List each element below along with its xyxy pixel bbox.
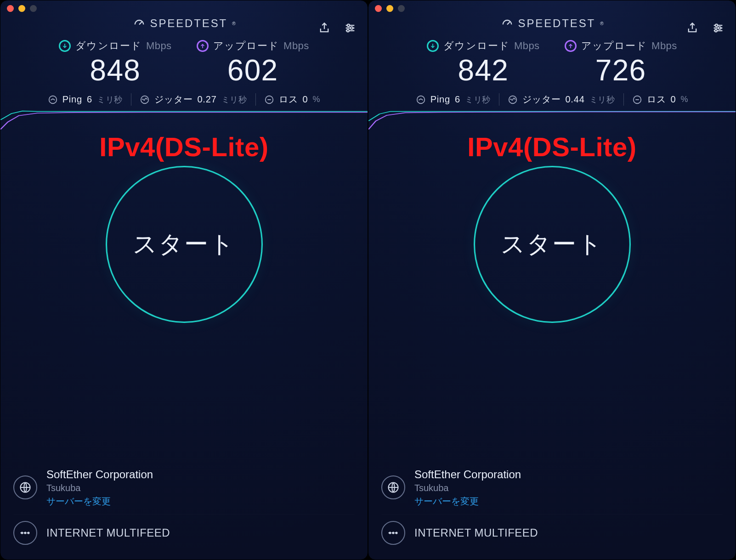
footer: SoftEther Corporation Tsukuba サーバーを変更 IN…	[368, 461, 736, 560]
upload-label: アップロード	[213, 39, 279, 53]
jitter-unit: ミリ秒	[221, 94, 247, 105]
settings-icon[interactable]	[344, 22, 357, 36]
gauge-icon	[501, 17, 514, 30]
jitter-label: ジッター	[522, 93, 560, 106]
jitter-icon	[140, 95, 150, 105]
brand-text: SPEEDTEST	[150, 17, 228, 30]
server-name: SoftEther Corporation	[46, 467, 153, 482]
ping-stat: Ping 6 ミリ秒	[408, 94, 499, 105]
isp-icon	[381, 521, 405, 545]
footer: SoftEther Corporation Tsukuba サーバーを変更 IN…	[0, 461, 368, 560]
ping-unit: ミリ秒	[465, 94, 491, 105]
jitter-stat: ジッター 0.44 ミリ秒	[499, 93, 623, 106]
upload-icon	[565, 40, 577, 52]
change-server-link[interactable]: サーバーを変更	[46, 495, 153, 508]
ping-label: Ping	[62, 94, 82, 105]
overlay-label: IPv4(DS-Lite)	[0, 131, 368, 162]
upload-value: 726	[595, 56, 646, 85]
connection-stats: Ping 6 ミリ秒 ジッター 0.27 ミリ秒 ロス 0 %	[0, 93, 368, 106]
connection-stats: Ping 6 ミリ秒 ジッター 0.44 ミリ秒 ロス 0 %	[368, 93, 736, 106]
loss-unit: %	[313, 95, 321, 104]
close-icon[interactable]	[7, 5, 14, 12]
minimize-icon[interactable]	[18, 5, 25, 12]
download-label: ダウンロード	[443, 39, 510, 53]
ping-icon	[48, 95, 58, 105]
speed-metrics: ダウンロード Mbps 848 アップロード Mbps 602	[0, 39, 368, 85]
isp-icon	[13, 521, 37, 545]
gauge-icon	[133, 17, 146, 30]
share-icon[interactable]	[686, 22, 699, 36]
svg-point-12	[715, 29, 717, 32]
download-metric: ダウンロード Mbps 848	[59, 39, 171, 85]
speedtest-window: SPEEDTEST® ダウンロード Mbps 848 ア	[0, 0, 368, 560]
jitter-label: ジッター	[154, 93, 192, 106]
jitter-value: 0.27	[197, 94, 216, 105]
upload-icon	[197, 40, 209, 52]
svg-point-3	[49, 96, 57, 103]
download-icon	[427, 40, 439, 52]
start-button[interactable]: スタート	[474, 166, 631, 323]
upload-label: アップロード	[581, 39, 647, 53]
share-icon[interactable]	[318, 22, 331, 36]
ping-value: 6	[455, 94, 460, 105]
loss-label: ロス	[279, 93, 298, 106]
server-row[interactable]: SoftEther Corporation Tsukuba サーバーを変更	[381, 461, 723, 514]
loss-value: 0	[303, 94, 308, 105]
upload-metric: アップロード Mbps 602	[197, 39, 309, 85]
ping-icon	[416, 95, 426, 105]
brand-logo: SPEEDTEST®	[0, 17, 368, 30]
window-titlebar	[0, 0, 368, 16]
speedtest-window: SPEEDTEST® ダウンロード Mbps 842 ア	[368, 0, 736, 560]
loss-icon	[264, 95, 274, 105]
svg-point-2	[347, 29, 349, 32]
maximize-icon[interactable]	[398, 5, 405, 12]
ping-value: 6	[87, 94, 92, 105]
start-button-label: スタート	[133, 228, 235, 260]
isp-name: INTERNET MULTIFEED	[46, 526, 170, 539]
isp-row[interactable]: INTERNET MULTIFEED	[381, 514, 723, 551]
brand-text: SPEEDTEST	[518, 17, 596, 30]
brand-logo: SPEEDTEST®	[368, 17, 736, 30]
speed-chart	[368, 109, 736, 130]
svg-point-1	[351, 27, 353, 29]
download-value: 848	[90, 56, 141, 85]
upload-value: 602	[227, 56, 278, 85]
speed-metrics: ダウンロード Mbps 842 アップロード Mbps 726	[368, 39, 736, 85]
server-row[interactable]: SoftEther Corporation Tsukuba サーバーを変更	[13, 461, 355, 514]
svg-point-10	[715, 24, 718, 27]
download-value: 842	[458, 56, 509, 85]
svg-point-11	[719, 27, 721, 29]
ping-stat: Ping 6 ミリ秒	[40, 94, 131, 105]
isp-row[interactable]: INTERNET MULTIFEED	[13, 514, 355, 551]
ping-label: Ping	[430, 94, 450, 105]
download-metric: ダウンロード Mbps 842	[427, 39, 539, 85]
isp-name: INTERNET MULTIFEED	[414, 526, 538, 539]
window-titlebar	[368, 0, 736, 16]
start-button-label: スタート	[501, 228, 603, 260]
loss-unit: %	[681, 95, 689, 104]
speed-chart	[0, 109, 368, 130]
start-button[interactable]: スタート	[106, 166, 263, 323]
upload-metric: アップロード Mbps 726	[565, 39, 677, 85]
download-label: ダウンロード	[75, 39, 142, 53]
close-icon[interactable]	[375, 5, 382, 12]
upload-unit: Mbps	[283, 40, 309, 52]
loss-icon	[632, 95, 642, 105]
minimize-icon[interactable]	[386, 5, 393, 12]
change-server-link[interactable]: サーバーを変更	[414, 495, 521, 508]
ping-unit: ミリ秒	[97, 94, 123, 105]
loss-value: 0	[671, 94, 676, 105]
loss-stat: ロス 0 %	[623, 93, 696, 106]
download-unit: Mbps	[514, 40, 540, 52]
jitter-icon	[508, 95, 518, 105]
maximize-icon[interactable]	[30, 5, 37, 12]
jitter-stat: ジッター 0.27 ミリ秒	[131, 93, 255, 106]
server-location: Tsukuba	[46, 483, 153, 493]
overlay-label: IPv4(DS-Lite)	[368, 131, 736, 162]
settings-icon[interactable]	[712, 22, 725, 36]
globe-icon	[381, 475, 405, 499]
jitter-unit: ミリ秒	[589, 94, 615, 105]
download-icon	[59, 40, 71, 52]
jitter-value: 0.44	[565, 94, 584, 105]
svg-point-13	[417, 96, 425, 103]
